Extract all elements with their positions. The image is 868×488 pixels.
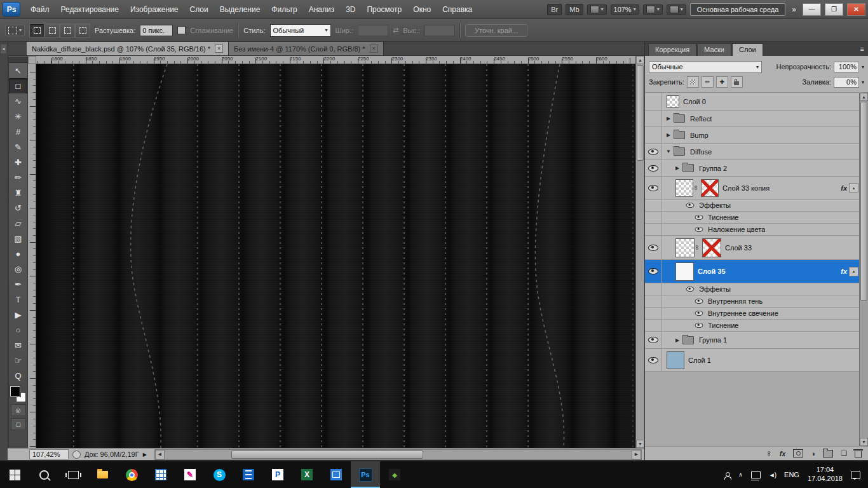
visibility-toggle[interactable] [645,93,662,110]
people-icon[interactable] [724,472,730,478]
quick-mask-button[interactable]: ◎ [11,404,26,416]
new-selection-button[interactable] [29,24,44,37]
pen-tool[interactable]: ✒ [9,276,27,292]
refine-edge-button[interactable]: Уточн. край... [465,24,527,37]
effect-eye-icon[interactable] [695,323,703,328]
close-button[interactable]: ✕ [847,3,865,16]
scroll-up-icon[interactable]: ▲ [860,93,868,101]
group-expand-icon[interactable]: ▶ [674,337,681,343]
layer-row-15[interactable]: ▶Группа 1 [645,332,860,349]
layer-row-4[interactable]: ▶Группа 2 [645,160,860,177]
layer-name[interactable]: Reflect [690,115,712,123]
visibility-toggle[interactable] [645,260,662,283]
close-tab-icon[interactable]: × [215,44,223,53]
effect-eye-icon[interactable] [686,287,695,292]
vertical-scroll-thumb[interactable] [637,65,644,161]
layer-row-7[interactable]: Тиснение [645,212,860,224]
effects-collapse-button[interactable]: ▴ [849,267,858,276]
volume-icon[interactable]: ◄) [769,471,776,478]
tab-layers[interactable]: Слои [732,43,763,56]
arrange-documents-dropdown[interactable]: ▾ [643,4,663,15]
mail-app-taskbar-button[interactable] [322,461,351,488]
grid-app-taskbar-button[interactable] [146,461,175,488]
rectangular-marquee-tool[interactable]: □ [9,78,27,93]
clone-stamp-tool[interactable]: ♜ [9,185,27,200]
layer-name[interactable]: Тиснение [708,214,738,221]
menu-item-10[interactable]: Справка [437,1,478,18]
screen-mode-button[interactable]: ▢ [11,418,26,430]
blur-tool[interactable]: ● [9,246,27,261]
photoshop-taskbar-button[interactable]: Ps [351,461,380,488]
restore-button[interactable]: ❐ [825,3,843,16]
layer-row-12[interactable]: Внутренняя тень [645,295,860,308]
action-center-icon[interactable] [851,471,860,479]
scroll-right-icon[interactable]: ▶ [632,450,641,459]
menu-item-3[interactable]: Слои [184,1,214,18]
layer-thumbnail[interactable] [675,262,694,281]
layer-name[interactable]: Наложение цвета [708,226,765,233]
layer-name[interactable]: Внутреннее свечение [708,309,778,317]
brush-tool[interactable]: ✏ [9,170,27,185]
vector-mask-thumbnail[interactable] [701,179,719,197]
zoom-level-dropdown[interactable]: 107%▾ [611,4,639,15]
screen-mode-dropdown[interactable]: ▾ [667,4,686,15]
effect-eye-icon[interactable] [695,227,703,232]
layer-thumbnail[interactable] [675,179,693,197]
feather-input[interactable]: 0 пикс. [140,25,173,36]
layers-scroll-thumb[interactable] [860,102,867,301]
link-layers-icon[interactable]: ∞ [766,451,773,456]
delete-layer-icon[interactable] [855,451,862,458]
add-layer-mask-icon[interactable] [793,449,803,458]
photoshop-logo[interactable]: Ps [3,2,20,17]
intersect-selection-button[interactable] [75,24,90,37]
menu-item-6[interactable]: Анализ [303,1,341,18]
swap-width-height-icon[interactable]: ⇄ [393,26,398,34]
file-explorer-taskbar-button[interactable] [88,461,117,488]
visibility-toggle[interactable] [645,212,662,223]
status-flyout-icon[interactable]: ▶ [143,452,147,458]
layer-name[interactable]: Слой 35 [698,268,726,275]
visibility-toggle[interactable] [645,332,662,348]
opacity-value[interactable]: 100% [834,62,859,72]
lock-transparent-pixels-button[interactable] [687,76,699,88]
visibility-toggle[interactable] [645,200,662,211]
visibility-toggle[interactable] [645,111,662,126]
height-input[interactable] [424,25,455,36]
visibility-toggle[interactable] [645,320,662,331]
gradient-tool[interactable]: ▧ [9,231,27,246]
menu-item-5[interactable]: Фильтр [266,1,302,18]
group-expand-icon[interactable]: ▶ [665,132,672,138]
layer-row-10[interactable]: Слой 35fx▴ [645,260,860,283]
horizontal-scroll-thumb[interactable] [231,451,423,459]
vector-mask-thumbnail[interactable] [702,238,721,257]
layer-row-13[interactable]: Внутреннее свечение [645,308,860,320]
menu-item-8[interactable]: Просмотр [361,1,407,18]
visibility-toggle[interactable] [645,349,662,371]
clock[interactable]: 17:04 17.04.2018 [808,466,843,484]
pen-app-taskbar-button[interactable] [175,461,205,488]
document-app-taskbar-button[interactable]: P [263,461,292,488]
menu-item-7[interactable]: 3D [340,1,361,18]
search-taskbar-button[interactable] [29,461,58,488]
layer-name[interactable]: Слой 1 [688,356,711,364]
status-zoom-field[interactable]: 107,42% [29,449,69,459]
vertical-ruler[interactable] [28,64,36,448]
type-tool[interactable]: T [9,292,27,307]
effect-eye-icon[interactable] [686,203,695,208]
scroll-down-icon[interactable]: ▼ [860,438,868,446]
eraser-tool[interactable]: ▱ [9,215,27,231]
layer-row-0[interactable]: Слой 0 [645,93,860,111]
scroll-down-icon[interactable]: ▼ [636,440,644,448]
tab-masks[interactable]: Маски [697,43,731,56]
document-canvas[interactable] [36,64,635,448]
toolbox-grip[interactable] [9,58,27,63]
shape-tool[interactable]: ○ [9,322,27,337]
notes-tool[interactable]: ✉ [9,337,27,353]
layer-name[interactable]: Эффекты [699,285,731,293]
layer-row-11[interactable]: Эффекты [645,283,860,295]
foreground-color-swatch[interactable] [10,386,20,396]
adjustment-layer-icon[interactable]: ◑ [811,450,815,458]
eyedropper-tool[interactable]: ✎ [9,139,27,154]
style-select[interactable]: Обычный ▾ [270,24,331,37]
lock-all-button[interactable] [731,76,743,88]
